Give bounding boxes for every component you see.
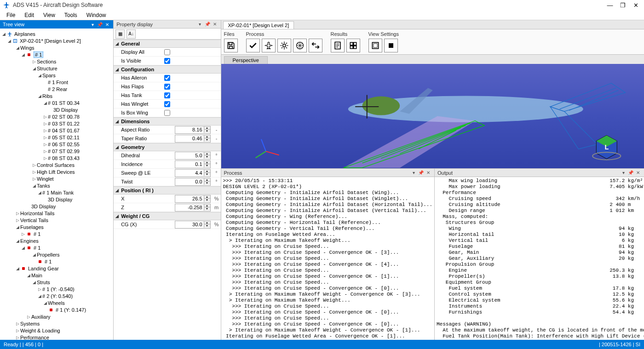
twist-spinner[interactable]: 0.0▲▼ bbox=[175, 178, 211, 186]
process-console[interactable]: >>> 20/05/15 - 15:33:11 DESIGN LEVEL 2 (… bbox=[221, 177, 434, 340]
perspective-tab[interactable]: Perspective bbox=[224, 56, 268, 64]
node-props[interactable]: ◢Propellers bbox=[1, 251, 112, 258]
node-perf[interactable]: ▷Performance bbox=[1, 334, 112, 340]
node-wing-3d[interactable]: 3D Display bbox=[1, 203, 112, 210]
node-wheel1[interactable]: # 1 (Y: 0.147) bbox=[1, 306, 112, 313]
has-aileron-checkbox[interactable] bbox=[164, 75, 170, 81]
node-rib2[interactable]: ▷# 02 ST 00.78 bbox=[1, 113, 112, 120]
prop-pin-icon[interactable]: 📌 bbox=[204, 21, 211, 28]
node-tank1[interactable]: ◢# 1 Main Tank bbox=[1, 189, 112, 196]
output-close-icon[interactable]: ✕ bbox=[635, 170, 641, 176]
node-rib3[interactable]: ▷# 03 ST 01.22 bbox=[1, 120, 112, 127]
menu-window[interactable]: Window bbox=[82, 11, 111, 19]
node-spars[interactable]: ◢Spars bbox=[1, 72, 112, 79]
menu-edit[interactable]: Edit bbox=[20, 11, 39, 19]
node-strut1[interactable]: ▷# 1 (Y: -0.540) bbox=[1, 286, 112, 292]
has-flaps-checkbox[interactable] bbox=[164, 84, 170, 90]
node-prop1[interactable]: # 1 bbox=[1, 258, 112, 265]
node-wl[interactable]: ▷Weight & Loading bbox=[1, 327, 112, 334]
node-strut2[interactable]: ◢# 2 (Y: 0.540) bbox=[1, 292, 112, 299]
menu-file[interactable]: File bbox=[2, 11, 20, 19]
report-button[interactable] bbox=[331, 39, 345, 52]
node-winglet[interactable]: ▷Winglet bbox=[1, 175, 112, 182]
node-rib6[interactable]: ▷# 06 ST 02.55 bbox=[1, 141, 112, 148]
node-engines[interactable]: ◢Engines bbox=[1, 237, 112, 244]
group-geom[interactable]: ◢Geometry bbox=[114, 143, 220, 151]
x-spinner[interactable]: 26.5▲▼ bbox=[175, 195, 211, 203]
is-visible-checkbox[interactable] bbox=[164, 58, 170, 64]
group-pos[interactable]: ◢Position ( Rl ) bbox=[114, 186, 220, 195]
taper-spinner[interactable]: 0.46▲▼ bbox=[175, 135, 211, 143]
node-rib7[interactable]: ▷# 07 ST 02.99 bbox=[1, 148, 112, 154]
tree-body[interactable]: ◢Airplanes ◢1XP-02-01* [Design Level 2] … bbox=[0, 29, 113, 340]
sort-button[interactable]: A↓ bbox=[126, 29, 136, 39]
is-box-checkbox[interactable] bbox=[164, 110, 170, 116]
minimize-button[interactable]: — bbox=[604, 1, 615, 9]
spin-up-icon[interactable]: ▲ bbox=[204, 126, 210, 130]
node-htails[interactable]: ▷Horizontal Tails bbox=[1, 210, 112, 217]
wireframe-button[interactable] bbox=[368, 39, 382, 52]
output-pin-icon[interactable]: 📌 bbox=[627, 170, 634, 176]
sweep-spinner[interactable]: 4.4▲▼ bbox=[175, 169, 211, 177]
output-console[interactable]: Max wing loading 157.2 kg/m² Max power l… bbox=[435, 177, 644, 340]
dihedral-spinner[interactable]: 5.0▲▼ bbox=[175, 152, 211, 160]
node-rib8[interactable]: ▷# 08 ST 03.43 bbox=[1, 154, 112, 161]
document-tab[interactable]: XP-02-01* [Design Level 2] bbox=[223, 21, 294, 29]
menu-view[interactable]: View bbox=[39, 11, 60, 19]
node-tanks[interactable]: ◢Tanks bbox=[1, 182, 112, 189]
menu-tools[interactable]: Tools bbox=[60, 11, 82, 19]
node-tank-3d[interactable]: 3D Display bbox=[1, 196, 112, 203]
process-pin-icon[interactable]: 📌 bbox=[418, 170, 424, 176]
z-spinner[interactable]: -0.258▲▼ bbox=[175, 204, 211, 212]
node-rib4[interactable]: ▷# 04 ST 01.67 bbox=[1, 127, 112, 134]
node-spar1[interactable]: # 1 Front bbox=[1, 79, 112, 86]
node-structure[interactable]: ◢Structure bbox=[1, 65, 112, 72]
save-button[interactable] bbox=[224, 39, 238, 52]
check-button[interactable] bbox=[246, 39, 260, 52]
node-wheels[interactable]: ◢Wheels bbox=[1, 299, 112, 306]
node-lg-main[interactable]: ◢Main bbox=[1, 272, 112, 279]
group-config[interactable]: ◢Configuration bbox=[114, 65, 220, 74]
output-dropdown-icon[interactable]: ▾ bbox=[620, 170, 627, 176]
node-rib-3d[interactable]: 3D Display bbox=[1, 106, 112, 113]
node-struts[interactable]: ◢Struts bbox=[1, 279, 112, 286]
node-lg[interactable]: ◢Landing Gear bbox=[1, 265, 112, 272]
node-eng1[interactable]: ◢# 1 bbox=[1, 244, 112, 251]
node-vtails[interactable]: ▷Vertical Tails bbox=[1, 217, 112, 223]
prop-dropdown-icon[interactable]: ▾ bbox=[197, 21, 203, 28]
mesh-button[interactable] bbox=[293, 39, 307, 52]
airplane-button[interactable] bbox=[262, 39, 276, 52]
group-dims[interactable]: ◢Dimensions bbox=[114, 117, 220, 126]
node-fuselages[interactable]: ◢Fuselages bbox=[1, 223, 112, 230]
tree-close-icon[interactable]: ✕ bbox=[104, 21, 110, 28]
display-all-checkbox[interactable] bbox=[164, 49, 170, 55]
grid-button[interactable] bbox=[346, 39, 360, 52]
node-sections[interactable]: ▷Sections bbox=[1, 58, 112, 65]
group-general[interactable]: ◢General bbox=[114, 40, 220, 48]
viewport-3d[interactable]: L bbox=[221, 64, 644, 168]
node-fus1[interactable]: ▷# 1 bbox=[1, 230, 112, 237]
node-lg-aux[interactable]: ▷Auxiliary bbox=[1, 313, 112, 320]
node-wings[interactable]: ◢Wings bbox=[1, 44, 112, 51]
tree-pin-icon[interactable]: 📌 bbox=[97, 21, 103, 28]
aspect-spinner[interactable]: 8.16▲▼ bbox=[175, 126, 211, 134]
node-ctrl-surf[interactable]: ▷Control Surfaces bbox=[1, 161, 112, 168]
node-airplanes[interactable]: ◢Airplanes bbox=[1, 30, 112, 37]
node-rib1[interactable]: ◢# 01 ST 00.34 bbox=[1, 99, 112, 106]
categorize-button[interactable]: ▦ bbox=[115, 29, 125, 39]
prop-close-icon[interactable]: ✕ bbox=[212, 21, 218, 28]
swap-button[interactable] bbox=[309, 39, 322, 52]
has-winglet-checkbox[interactable] bbox=[164, 101, 170, 107]
has-tank-checkbox[interactable] bbox=[164, 92, 170, 98]
tree-dropdown-icon[interactable]: ▾ bbox=[89, 21, 96, 28]
node-wing1[interactable]: ◢# 1 bbox=[1, 51, 112, 58]
node-rib5[interactable]: ▷# 05 ST 02.11 bbox=[1, 134, 112, 141]
group-wcg[interactable]: ◢Weight / CG bbox=[114, 212, 220, 220]
node-spar2[interactable]: # 2 Rear bbox=[1, 86, 112, 92]
node-ribs[interactable]: ◢Ribs bbox=[1, 92, 112, 99]
gear-button[interactable] bbox=[277, 39, 291, 52]
cgx-spinner[interactable]: 30.0▲▼ bbox=[175, 221, 211, 229]
node-systems[interactable]: ▷Systems bbox=[1, 320, 112, 327]
incidence-spinner[interactable]: 0.1▲▼ bbox=[175, 160, 211, 168]
solid-button[interactable] bbox=[384, 39, 398, 52]
